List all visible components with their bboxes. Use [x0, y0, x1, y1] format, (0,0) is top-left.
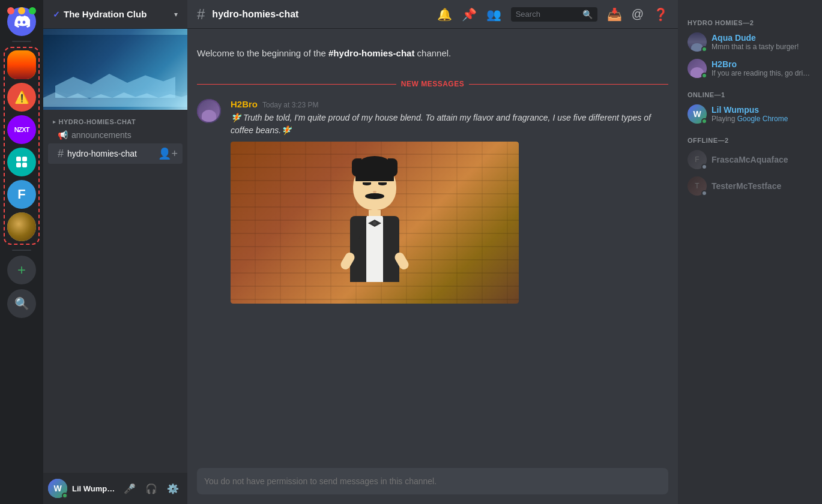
chat-channel-name: hydro-homies-chat	[212, 9, 298, 20]
member-category-offline: OFFLINE—2	[683, 127, 817, 146]
channel-intro-text: Welcome to the beginning of the #hydro-h…	[197, 48, 668, 58]
message-text: 🧚 Truth be told, I'm quite proud of my h…	[231, 112, 668, 137]
message-author-name: H2Bro	[231, 99, 258, 109]
hash-icon: #	[58, 148, 64, 160]
new-messages-label: NEW MESSAGES	[401, 80, 464, 88]
member-item-tester[interactable]: T TesterMcTestface	[683, 173, 817, 199]
user-area: W Lil Wumpus 🎤 🎧 ⚙️	[43, 473, 187, 504]
member-item-aqua-dude[interactable]: Aqua Dude Mmm that is a tasty burger!	[683, 29, 817, 55]
channel-announcements[interactable]: 📢 announcements	[48, 127, 183, 143]
server-title: ✓ The Hydration Club	[53, 9, 174, 19]
help-icon[interactable]: ❓	[653, 7, 668, 22]
search-bar[interactable]: 🔍	[511, 7, 597, 22]
channel-sidebar: ✓ The Hydration Club ▾ ▸ hydro-homies-ch…	[43, 0, 187, 504]
megaphone-icon: 📢	[58, 130, 68, 140]
aqua-dude-status: Mmm that is a tasty burger!	[712, 43, 812, 51]
frasca-info: FrascaMcAquaface	[712, 155, 812, 164]
h2bro-info: H2Bro If you are reading this, go drink.…	[712, 59, 812, 77]
add-server-button[interactable]: +	[7, 256, 36, 284]
channels-list: ▸ hydro-homies-chat 📢 announcements # hy…	[43, 110, 187, 473]
member-list: HYDRO HOMIES—2 Aqua Dude Mmm that is a t…	[678, 0, 822, 504]
add-member-icon[interactable]: 👤+	[158, 147, 178, 160]
h2bro-online-dot	[701, 73, 707, 79]
tester-avatar: T	[688, 176, 707, 196]
close-button[interactable]	[7, 7, 14, 14]
server-icon-doge[interactable]	[7, 212, 36, 241]
nzxt-label: NZXT	[14, 126, 29, 133]
lil-wumpus-avatar: W	[688, 104, 707, 124]
svg-rect-2	[16, 163, 21, 167]
discover-button[interactable]: 🔍	[7, 289, 36, 318]
members-icon[interactable]: 👥	[486, 7, 501, 22]
minimize-button[interactable]	[18, 7, 25, 14]
chat-input-box	[197, 468, 668, 494]
frasca-name: FrascaMcAquaface	[712, 155, 812, 164]
chat-input-area	[187, 468, 678, 504]
svg-rect-3	[22, 163, 27, 167]
h2bro-member-avatar	[688, 59, 707, 78]
chevron-right-icon: ▸	[53, 119, 56, 125]
user-info: Lil Wumpus	[72, 484, 115, 493]
chat-input[interactable]	[204, 470, 661, 493]
server-header[interactable]: ✓ The Hydration Club ▾	[43, 0, 187, 29]
maximize-button[interactable]	[29, 7, 36, 14]
channel-hydro-homies[interactable]: # hydro-homies-chat 👤+	[48, 143, 183, 164]
username: Lil Wumpus	[72, 484, 115, 493]
new-messages-divider: NEW MESSAGES	[187, 77, 678, 91]
chat-messages: Welcome to the beginning of the #hydro-h…	[187, 29, 678, 468]
f-label: F	[17, 187, 25, 202]
verified-checkmark: ✓	[53, 10, 60, 19]
window-controls[interactable]	[7, 7, 36, 14]
plus-icon: +	[17, 262, 26, 278]
server-sidebar: ⚠️ NZXT F + 🔍	[0, 0, 43, 504]
notification-bell-icon[interactable]: 🔔	[437, 7, 452, 22]
compass-icon: 🔍	[14, 296, 29, 311]
anime-character-image	[231, 142, 519, 304]
server-name-label: The Hydration Club	[64, 9, 147, 19]
at-icon[interactable]: @	[632, 7, 644, 21]
channel-hash-icon: #	[197, 6, 205, 23]
tester-info: TesterMcTestface	[712, 181, 812, 191]
member-item-h2bro[interactable]: H2Bro If you are reading this, go drink.…	[683, 55, 817, 82]
pin-icon[interactable]: 📌	[462, 7, 477, 22]
aqua-dude-info: Aqua Dude Mmm that is a tasty burger!	[712, 33, 812, 51]
inbox-icon[interactable]: 📥	[607, 7, 622, 22]
lil-wumpus-status: Playing Google Chrome	[712, 115, 812, 123]
member-item-frasca[interactable]: F FrascaMcAquaface	[683, 146, 817, 173]
server-icon-podia[interactable]	[7, 148, 36, 176]
server-icon-bird[interactable]: ⚠️	[7, 83, 36, 112]
svg-rect-0	[16, 157, 21, 161]
lil-wumpus-name: Lil Wumpus	[712, 105, 812, 115]
server-icon-hydration[interactable]	[7, 50, 36, 79]
channel-intro: Welcome to the beginning of the #hydro-h…	[187, 38, 678, 73]
settings-button[interactable]: ⚙️	[163, 479, 183, 498]
message-content: H2Bro Today at 3:23 PM 🧚 Truth be told, …	[231, 99, 668, 304]
category-announcements[interactable]: ▸ hydro-homies-chat	[43, 115, 187, 127]
microphone-button[interactable]: 🎤	[120, 479, 139, 498]
channel-name-hydro: hydro-homies-chat	[67, 149, 137, 158]
server-icon-f[interactable]: F	[7, 180, 36, 209]
frasca-avatar: F	[688, 150, 707, 169]
message-image	[231, 142, 519, 304]
divider-line-right	[469, 84, 668, 85]
tester-name: TesterMcTestface	[712, 181, 812, 191]
headphone-button[interactable]: 🎧	[142, 479, 161, 498]
message-timestamp: Today at 3:23 PM	[262, 101, 318, 109]
header-actions: 🔔 📌 👥 🔍 📥 @ ❓	[437, 7, 668, 22]
main-chat: # hydro-homies-chat 🔔 📌 👥 🔍 📥 @ ❓ Welcom…	[187, 0, 678, 504]
server-banner	[43, 29, 187, 110]
lil-wumpus-info: Lil Wumpus Playing Google Chrome	[712, 105, 812, 123]
search-input[interactable]	[516, 10, 579, 19]
aqua-dude-avatar	[688, 32, 707, 52]
wumpus-online-dot	[701, 118, 707, 124]
h2bro-member-name: H2Bro	[712, 59, 812, 69]
category-name: hydro-homies-chat	[59, 118, 136, 125]
game-name: Google Chrome	[737, 115, 788, 123]
h2bro-status: If you are reading this, go drink...	[712, 69, 812, 77]
member-item-lil-wumpus[interactable]: W Lil Wumpus Playing Google Chrome	[683, 101, 817, 127]
chevron-down-icon: ▾	[174, 10, 178, 19]
member-category-online: ONLINE—1	[683, 82, 817, 101]
server-divider	[12, 41, 31, 42]
server-icon-nzxt[interactable]: NZXT	[7, 115, 36, 144]
tester-offline-dot	[701, 190, 707, 196]
